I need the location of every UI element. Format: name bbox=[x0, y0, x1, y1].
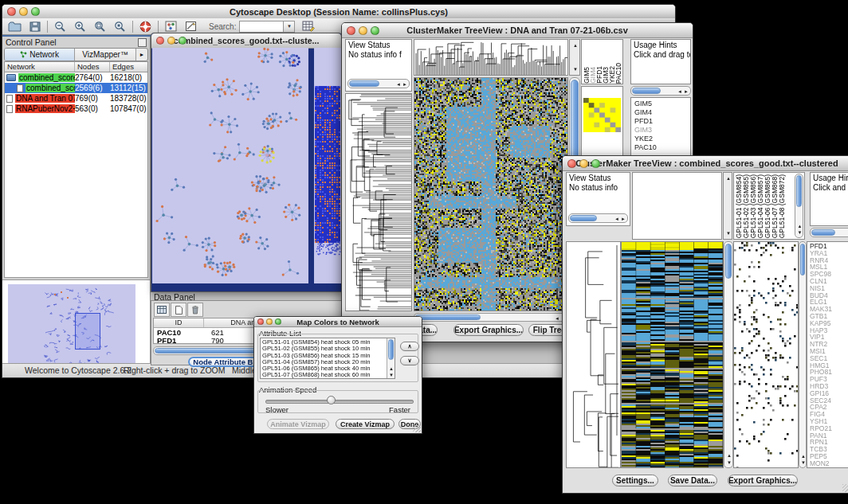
column-dendrogram-panel[interactable] bbox=[632, 172, 722, 240]
column-labels-vscrollbar[interactable]: ▲▼ bbox=[795, 174, 803, 238]
tab-network[interactable]: Network bbox=[5, 49, 75, 61]
dna-row-dendrogram-panel[interactable] bbox=[345, 93, 412, 311]
zoom-button[interactable] bbox=[179, 37, 186, 45]
network-table-header[interactable]: Network Nodes Edges bbox=[5, 62, 147, 72]
combined-row-dendrogram-panel[interactable] bbox=[566, 241, 621, 468]
gene-list-item[interactable]: PAC10 bbox=[634, 143, 690, 152]
minimize-button[interactable] bbox=[167, 37, 175, 45]
combined-sparse-heatmap-panel[interactable] bbox=[733, 241, 799, 468]
zoom-in-icon[interactable] bbox=[70, 19, 90, 34]
network-canvas[interactable] bbox=[152, 48, 308, 283]
close-button[interactable] bbox=[156, 37, 164, 45]
resize-grip[interactable] bbox=[413, 424, 421, 432]
move-attribute-down-button[interactable]: ∨ bbox=[400, 356, 419, 365]
view-status-scrollbar[interactable]: ◄► bbox=[347, 79, 410, 88]
gene-list-item[interactable]: GIM3 bbox=[634, 126, 690, 135]
close-button[interactable] bbox=[7, 7, 16, 16]
vizmap-shortcut-icon[interactable] bbox=[161, 19, 181, 34]
close-button[interactable] bbox=[567, 159, 576, 168]
network-row[interactable]: combined_sco 2569(6) 13112(15) bbox=[5, 83, 147, 93]
usage-hints-scrollbar[interactable] bbox=[810, 228, 848, 237]
new-attribute-icon[interactable] bbox=[171, 303, 186, 317]
control-panel: Control Panel Network VizMapper™ ► Netwo… bbox=[2, 37, 151, 364]
dna-heatmap-hscrollbar[interactable]: ◄► bbox=[414, 313, 568, 322]
zoom-button[interactable] bbox=[275, 318, 281, 325]
usage-hints-scrollbar[interactable]: ◄► bbox=[630, 86, 691, 96]
main-titlebar[interactable]: Cytoscape Desktop (Session Name: collins… bbox=[2, 5, 675, 19]
attribute-table-icon[interactable] bbox=[154, 303, 170, 317]
zoom-out-icon[interactable] bbox=[50, 19, 70, 34]
view-status-scrollbar[interactable]: ◄► bbox=[568, 213, 628, 223]
combined-gene-list[interactable]: PFD1YRA1RNR4MSL1SPC98CLN1NIS1BUD4ELG1MAK… bbox=[807, 241, 848, 468]
zoom-selected-icon[interactable] bbox=[110, 19, 130, 34]
resize-grip[interactable] bbox=[842, 484, 848, 492]
create-vizmap-button[interactable]: Create Vizmap bbox=[336, 419, 395, 429]
minimize-button[interactable] bbox=[359, 26, 367, 35]
settings-button[interactable]: Settings... bbox=[612, 475, 658, 486]
save-data-button[interactable]: Save Data... bbox=[668, 475, 717, 486]
minimize-button[interactable] bbox=[19, 7, 28, 16]
save-icon[interactable] bbox=[25, 19, 45, 34]
zoom-button[interactable] bbox=[591, 159, 600, 168]
attribute-items: GPL51-01 (GSM854) heat shock 05 minGPL51… bbox=[262, 339, 386, 379]
treeview-combined-window: ClusterMaker TreeView : combined_scores_… bbox=[562, 155, 848, 494]
attribute-listbox[interactable]: GPL51-01 (GSM854) heat shock 05 minGPL51… bbox=[260, 338, 395, 379]
view-status-text: No status info f bbox=[346, 49, 411, 59]
dna-minimap-canvas[interactable] bbox=[583, 98, 621, 132]
usage-hints-text: Click and bbox=[811, 182, 848, 192]
data-col-id[interactable]: ID bbox=[154, 318, 204, 327]
dendro-corner-strip: ▲▼ bbox=[723, 172, 732, 240]
annotation-icon[interactable] bbox=[181, 19, 201, 34]
chevron-down-icon[interactable]: ▼ bbox=[283, 21, 294, 32]
network-row[interactable]: RNAPuberNov2+ 563(0) 107847(0) bbox=[5, 104, 147, 114]
overview-viewport-rect[interactable] bbox=[75, 313, 100, 350]
tabs-overflow-arrow[interactable]: ► bbox=[136, 49, 147, 61]
combined-heatmap-vscrollbar[interactable]: ▲▼ bbox=[724, 241, 733, 468]
view-status-title: View Status bbox=[567, 173, 630, 182]
gene-list-item[interactable]: GIM4 bbox=[634, 108, 690, 117]
dna-heatmap-panel[interactable] bbox=[414, 77, 568, 311]
export-graphics-button[interactable]: Export Graphics... bbox=[728, 475, 798, 486]
combined-heatmap-panel[interactable] bbox=[621, 241, 724, 468]
open-folder-icon[interactable] bbox=[5, 19, 25, 34]
overview-canvas[interactable] bbox=[8, 284, 135, 366]
float-panel-icon[interactable] bbox=[138, 38, 147, 47]
close-button[interactable] bbox=[257, 318, 264, 325]
minimize-button[interactable] bbox=[266, 318, 273, 325]
help-lifering-icon[interactable] bbox=[135, 19, 155, 34]
network-file-icon bbox=[17, 84, 23, 92]
main-window-title: Cytoscape Desktop (Session Name: collins… bbox=[2, 6, 675, 18]
gene-list-item[interactable]: YKE2 bbox=[634, 135, 690, 143]
zoom-fit-icon[interactable] bbox=[90, 19, 110, 34]
search-label: Search: bbox=[209, 22, 236, 31]
gene-list-item[interactable]: PFD1 bbox=[634, 117, 690, 126]
usage-hints-title: Usage Hints bbox=[631, 40, 690, 49]
gene-list-item[interactable]: GIM5 bbox=[634, 100, 690, 108]
column-dendrogram-panel[interactable] bbox=[414, 39, 568, 76]
zoom-button[interactable] bbox=[371, 26, 379, 35]
table-edit-icon[interactable] bbox=[298, 19, 318, 34]
network-nodes-count: 769(0) bbox=[75, 94, 110, 103]
dna-column-labels-panel[interactable]: GIM5GIM4PFD1GIM3YKE2PAC10 bbox=[581, 39, 623, 84]
animate-vizmap-button[interactable]: Animate Vizmap bbox=[267, 419, 329, 429]
combined-column-labels-panel[interactable]: GPL51-01 (GSM854)GPL51-02 (GSM855)GPL51-… bbox=[733, 172, 805, 240]
animation-slider-track[interactable] bbox=[265, 400, 414, 404]
gene-list-vscrollbar[interactable]: ▲▼ bbox=[799, 241, 807, 468]
network-strip-canvas[interactable] bbox=[314, 48, 341, 283]
zoom-button[interactable] bbox=[31, 7, 40, 16]
gene-list-item[interactable]: MON2 bbox=[810, 460, 848, 467]
attribute-list-vscrollbar[interactable]: ▲▼ bbox=[387, 338, 395, 378]
attribute-item[interactable]: GPL51-07 (GSM868) heat shock 60 min bbox=[262, 372, 386, 378]
search-input[interactable]: ▼ bbox=[239, 21, 295, 33]
network-row[interactable]: DNA and Tran 07 769(0) 183728(0) bbox=[5, 93, 147, 104]
network-row[interactable]: combined_scores 2764(0) 16218(0) bbox=[5, 72, 147, 83]
tab-vizmapper[interactable]: VizMapper™ bbox=[75, 49, 136, 61]
animation-slider-thumb[interactable] bbox=[327, 396, 336, 404]
close-button[interactable] bbox=[347, 26, 355, 35]
move-attribute-up-button[interactable]: ∧ bbox=[400, 342, 419, 351]
network-nodes-count: 2764(0) bbox=[75, 73, 110, 82]
export-graphics-button[interactable]: Export Graphics... bbox=[453, 324, 524, 336]
combined-sparse-canvas bbox=[734, 242, 798, 467]
minimize-button[interactable] bbox=[579, 159, 588, 168]
delete-attribute-trash-icon[interactable] bbox=[187, 303, 203, 317]
